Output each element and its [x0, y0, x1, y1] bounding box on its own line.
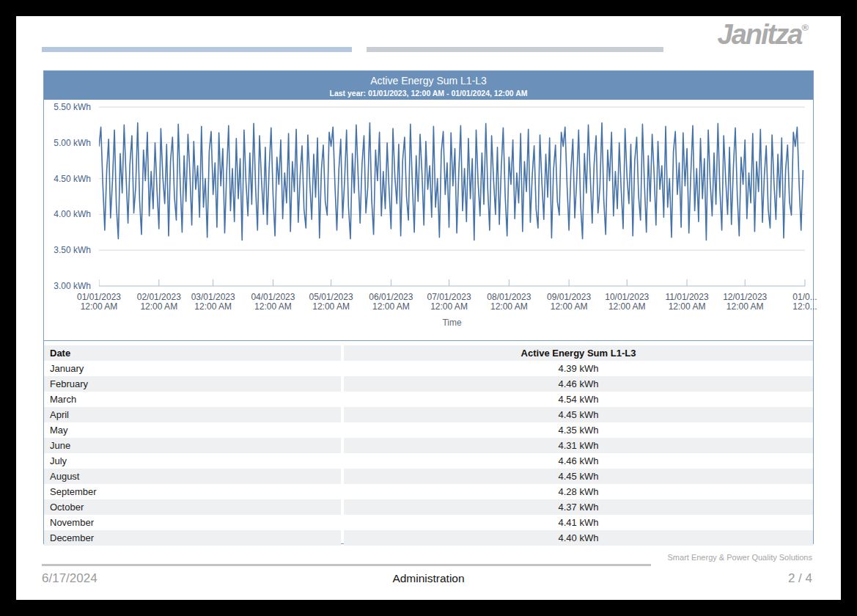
- table-cell-month: January: [44, 361, 341, 376]
- table-cell-month: August: [44, 469, 341, 484]
- x-axis-tick-label: 09/01/202312:00 AM: [537, 293, 600, 312]
- report-card: Active Energy Sum L1-L3 Last year: 01/01…: [43, 70, 814, 544]
- x-axis-tick-label: 06/01/202312:00 AM: [359, 293, 422, 312]
- x-axis-tick-label: 10/01/202312:00 AM: [595, 293, 658, 312]
- table-cell-value: 4.31 kWh: [344, 438, 813, 453]
- table-cell-value: 4.35 kWh: [344, 422, 813, 438]
- x-axis-tick-label: 07/01/202312:00 AM: [418, 293, 481, 312]
- report-page: Janitza® Active Energy Sum L1-L3 Last ye…: [16, 16, 841, 600]
- logo-text: Janitza: [718, 19, 802, 50]
- table-cell-month: July: [44, 453, 341, 469]
- table-cell-value: 4.39 kWh: [344, 361, 813, 376]
- table-cell-month: February: [44, 376, 341, 392]
- table-cell-month: March: [44, 392, 341, 407]
- table-cell-value: 4.45 kWh: [344, 407, 813, 422]
- chart-header: Active Energy Sum L1-L3 Last year: 01/01…: [44, 71, 813, 100]
- x-axis-tick-label: 01/0...12:0...: [773, 293, 836, 312]
- chart-title: Active Energy Sum L1-L3: [44, 71, 813, 87]
- table-row: February4.46 kWh: [44, 376, 813, 392]
- table-cell-month: October: [44, 499, 341, 515]
- y-axis-tick-label: 5.00 kWh: [48, 137, 91, 149]
- table-cell-month: May: [44, 422, 341, 438]
- table-cell-month: April: [44, 407, 341, 422]
- table-row: July4.46 kWh: [44, 453, 813, 469]
- x-axis-tick-label: 05/01/202312:00 AM: [300, 293, 363, 312]
- x-axis-tick-label: 12/01/202312:00 AM: [713, 293, 776, 312]
- table-header-row: Date Active Energy Sum L1-L3: [44, 345, 813, 361]
- footer-tagline: Smart Energy & Power Quality Solutions: [668, 553, 812, 562]
- table-header-date: Date: [44, 345, 341, 362]
- janitza-logo: Janitza®: [718, 19, 809, 51]
- table-row: November4.41 kWh: [44, 515, 813, 530]
- table-cell-value: 4.46 kWh: [344, 376, 813, 392]
- y-axis-tick-label: 3.50 kWh: [48, 244, 91, 256]
- monthly-values-table: Date Active Energy Sum L1-L3 January4.39…: [44, 345, 813, 546]
- x-axis-tick-label: 11/01/202312:00 AM: [655, 293, 718, 312]
- header-rule-blue: [42, 47, 352, 52]
- footer-report-name: Administration: [16, 572, 841, 585]
- y-axis-tick-label: 4.00 kWh: [48, 208, 91, 220]
- x-axis-tick-label: 03/01/202312:00 AM: [182, 293, 245, 312]
- x-axis-tick-label: 01/01/202312:00 AM: [67, 293, 130, 312]
- table-cell-value: 4.37 kWh: [344, 499, 813, 515]
- y-axis-tick-label: 3.00 kWh: [48, 280, 91, 292]
- table-row: April4.45 kWh: [44, 407, 813, 422]
- table-cell-value: 4.54 kWh: [344, 392, 813, 407]
- y-axis-tick-label: 5.50 kWh: [48, 101, 91, 113]
- table-cell-month: November: [44, 515, 341, 530]
- x-axis-tick-label: 08/01/202312:00 AM: [477, 293, 540, 312]
- table-cell-month: June: [44, 438, 341, 453]
- table-row: December4.40 kWh: [44, 530, 813, 546]
- table-cell-value: 4.28 kWh: [344, 484, 813, 499]
- x-axis-tick-label: 04/01/202312:00 AM: [241, 293, 304, 312]
- table-row: March4.54 kWh: [44, 392, 813, 407]
- chart-plot-area: 5.50 kWh5.00 kWh4.50 kWh4.00 kWh3.50 kWh…: [44, 100, 813, 341]
- table-cell-month: December: [44, 530, 341, 546]
- y-axis-tick-label: 4.50 kWh: [48, 173, 91, 185]
- table-cell-value: 4.41 kWh: [344, 515, 813, 530]
- table-row: August4.45 kWh: [44, 469, 813, 484]
- registered-trademark-icon: ®: [801, 22, 809, 33]
- energy-series-line: [99, 123, 803, 241]
- header-rule-gray: [367, 47, 663, 52]
- table-row: May4.35 kWh: [44, 422, 813, 438]
- footer-rule: [42, 564, 651, 566]
- table-header-value: Active Energy Sum L1-L3: [344, 345, 813, 362]
- table-row: January4.39 kWh: [44, 361, 813, 376]
- footer-page-indicator: 2 / 4: [788, 571, 812, 586]
- table-row: October4.37 kWh: [44, 499, 813, 515]
- table-cell-month: September: [44, 484, 341, 499]
- chart-subtitle: Last year: 01/01/2023, 12:00 AM - 01/01/…: [44, 89, 813, 98]
- table-cell-value: 4.46 kWh: [344, 453, 813, 469]
- table-cell-value: 4.40 kWh: [344, 530, 813, 546]
- x-axis-title: Time: [99, 318, 805, 328]
- table-row: June4.31 kWh: [44, 438, 813, 453]
- table-row: September4.28 kWh: [44, 484, 813, 499]
- table-cell-value: 4.45 kWh: [344, 469, 813, 484]
